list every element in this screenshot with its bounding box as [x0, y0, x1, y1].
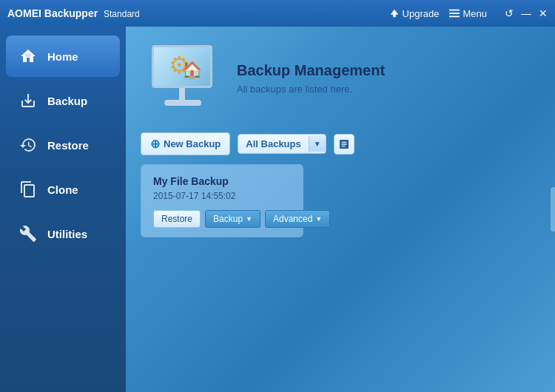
svg-rect-2: [449, 13, 460, 14]
sidebar-item-utilities[interactable]: Utilities: [6, 213, 120, 254]
app-title: AOMEI Backupper Standard: [7, 7, 389, 19]
sidebar-label-utilities: Utilities: [47, 228, 87, 240]
house-icon: 🏠: [182, 61, 202, 80]
backup-dropdown-arrow-icon: ▼: [246, 215, 252, 223]
monitor-screen: ⚙ 🏠: [152, 45, 212, 88]
backup-item-name: My File Backup: [153, 175, 291, 187]
export-button[interactable]: [334, 134, 354, 155]
new-backup-label: New Backup: [164, 138, 221, 149]
all-backups-label: All Backups: [238, 135, 308, 153]
sidebar-item-restore[interactable]: Restore: [6, 124, 120, 166]
restore-icon: [18, 135, 38, 155]
plus-icon: ⊕: [150, 137, 160, 151]
sidebar: Home Backup Restore Clo: [0, 27, 126, 392]
header-text: Backup Management All backups are listed…: [237, 62, 385, 95]
app-edition: Standard: [104, 9, 140, 19]
advanced-button[interactable]: Advanced ▼: [265, 210, 330, 228]
titlebar-controls: Upgrade Menu ↺ — ✕: [389, 7, 548, 19]
svg-rect-1: [449, 10, 460, 11]
upgrade-button[interactable]: Upgrade: [389, 8, 440, 19]
sidebar-item-clone[interactable]: Clone: [6, 169, 120, 210]
clone-icon: [18, 179, 38, 200]
main-container: Home Backup Restore Clo: [0, 27, 555, 392]
menu-button[interactable]: Menu: [449, 8, 487, 19]
svg-marker-0: [390, 10, 398, 18]
computer-icon: ⚙ 🏠: [144, 45, 218, 112]
monitor-base: [164, 100, 201, 106]
header-icon-wrap: ⚙ 🏠: [141, 41, 222, 115]
new-backup-button[interactable]: ⊕ New Backup: [141, 132, 230, 155]
page-title: Backup Management: [237, 62, 385, 79]
backup-action-button[interactable]: Backup ▼: [205, 210, 260, 228]
backup-item: My File Backup 2015-07-17 14:55:02 Resto…: [141, 164, 303, 237]
home-icon: [18, 46, 38, 67]
utilities-icon: [18, 223, 38, 244]
sidebar-label-home: Home: [47, 50, 78, 63]
backup-list: My File Backup 2015-07-17 14:55:02 Resto…: [141, 164, 540, 392]
sidebar-label-backup: Backup: [47, 95, 87, 107]
backup-item-date: 2015-07-17 14:55:02: [153, 191, 291, 201]
svg-rect-4: [25, 53, 31, 57]
sidebar-label-clone: Clone: [47, 183, 78, 196]
dropdown-arrow-icon: ▼: [309, 136, 326, 152]
advanced-dropdown-arrow-icon: ▼: [315, 215, 322, 223]
sidebar-item-home[interactable]: Home: [6, 36, 120, 77]
svg-rect-3: [449, 16, 460, 18]
restore-button[interactable]: Restore: [153, 210, 201, 228]
backup-item-actions: Restore Backup ▼ Advanced ▼: [153, 210, 291, 228]
sidebar-label-restore: Restore: [47, 139, 89, 152]
toolbar: ⊕ New Backup All Backups ▼: [126, 126, 555, 164]
sidebar-item-backup[interactable]: Backup: [6, 80, 120, 121]
window-controls: ↺ — ✕: [505, 7, 548, 19]
refresh-button[interactable]: ↺: [505, 7, 514, 19]
all-backups-dropdown[interactable]: All Backups ▼: [238, 134, 326, 154]
minimize-button[interactable]: —: [521, 7, 531, 19]
titlebar: AOMEI Backupper Standard Upgrade Menu ↺ …: [0, 0, 555, 27]
close-button[interactable]: ✕: [539, 7, 548, 19]
content-area: ⚙ 🏠 Backup Management All backups are li…: [126, 27, 555, 392]
app-name: AOMEI Backupper: [7, 7, 98, 19]
backup-icon: [18, 90, 38, 111]
content-header: ⚙ 🏠 Backup Management All backups are li…: [126, 27, 555, 126]
scroll-indicator: [551, 187, 555, 232]
page-subtitle: All backups are listed here.: [237, 84, 385, 95]
